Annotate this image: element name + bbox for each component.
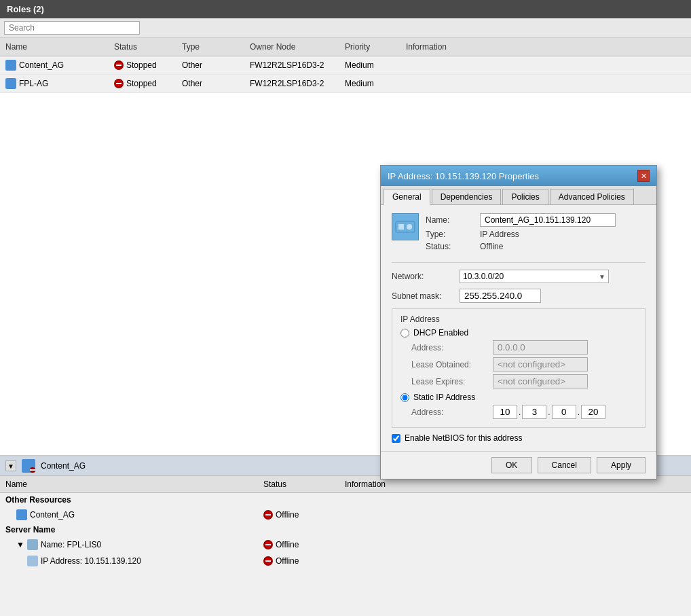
apply-button[interactable]: Apply <box>597 457 646 473</box>
row1-info <box>400 64 691 67</box>
dropdown-arrow-icon: ▼ <box>599 273 605 280</box>
offline-icon <box>263 510 273 520</box>
table-row[interactable]: Content_AG Stopped Other FW12R2LSP16D3-2… <box>0 56 691 75</box>
lease-expires-row: Lease Expires: <box>411 374 637 388</box>
col-status: Status <box>109 41 176 53</box>
roles-table-header: Name Status Type Owner Node Priority Inf… <box>0 38 691 56</box>
network-row: Network: 10.3.0.0/20 ▼ <box>392 270 646 283</box>
stopped-icon <box>114 60 124 70</box>
row1-name: Content_AG <box>0 58 109 72</box>
row2-name: FPL-AG <box>0 77 109 90</box>
row2-status: Stopped <box>109 77 176 90</box>
content-ag-icon <box>22 459 35 473</box>
dhcp-address-input <box>493 340 588 355</box>
ip-section-title: IP Address <box>400 314 637 324</box>
lease-obtained-label: Lease Obtained: <box>411 360 493 369</box>
type-label: Type: <box>426 230 480 239</box>
fpl-lis0-name: ▼ Name: FPL-LIS0 <box>0 538 258 551</box>
offline-icon <box>263 556 273 566</box>
ip-address-section: IP Address DHCP Enabled Address: Lease O… <box>392 308 646 428</box>
lease-expires-input <box>493 374 588 388</box>
content-ag-name: Content_AG <box>0 508 258 522</box>
ip-octet3[interactable] <box>552 405 576 419</box>
panel-title: Roles (2) <box>0 0 691 18</box>
expand-icon: ▼ <box>16 540 24 549</box>
name-label: Name: <box>426 215 480 225</box>
static-radio[interactable] <box>400 393 409 402</box>
offline-icon <box>263 540 273 549</box>
dialog-body: Name: Type: IP Address Status: Offline <box>381 205 656 451</box>
network-label: Network: <box>392 272 460 281</box>
dhcp-radio[interactable] <box>400 329 409 338</box>
name-field-row: Name: <box>426 213 616 227</box>
resource-icon <box>16 509 27 520</box>
bottom-col-info: Information <box>339 478 691 490</box>
row1-status: Stopped <box>109 59 176 71</box>
row2-owner: FW12R2LSP16D3-2 <box>244 77 339 90</box>
row2-type: Other <box>176 77 244 90</box>
tab-advanced-policies[interactable]: Advanced Policies <box>550 189 634 204</box>
stop-badge <box>30 467 35 473</box>
ip-address-boxes: . . . <box>493 405 605 419</box>
content-ag-status: Offline <box>258 509 339 521</box>
bottom-table-body: Other Resources Content_AG Offline Serve… <box>0 493 691 569</box>
bottom-row[interactable]: Content_AG Offline <box>0 507 691 523</box>
row2-priority: Medium <box>339 77 400 90</box>
roles-table-body: Content_AG Stopped Other FW12R2LSP16D3-2… <box>0 56 691 93</box>
static-label: Static IP Address <box>413 393 475 402</box>
dhcp-label: DHCP Enabled <box>413 328 468 338</box>
svg-rect-1 <box>398 224 404 230</box>
status-field-row: Status: Offline <box>426 242 616 251</box>
ip-octet1[interactable] <box>493 405 517 419</box>
col-name: Name <box>0 41 109 53</box>
col-type: Type <box>176 41 244 53</box>
svg-point-2 <box>407 224 412 230</box>
resource-fields: Name: Type: IP Address Status: Offline <box>426 213 616 254</box>
static-address-label: Address: <box>411 407 493 417</box>
stopped-icon <box>114 79 124 88</box>
dhcp-address-row: Address: <box>411 340 637 355</box>
tab-general[interactable]: General <box>384 189 430 205</box>
search-input[interactable] <box>4 21 140 35</box>
row2-info <box>400 82 691 85</box>
status-label: Status: <box>426 242 480 251</box>
tab-policies[interactable]: Policies <box>502 189 548 204</box>
dialog-close-button[interactable]: ✕ <box>637 170 650 182</box>
expand-button[interactable]: ▼ <box>5 460 16 471</box>
col-owner: Owner Node <box>244 41 339 53</box>
row1-type: Other <box>176 59 244 71</box>
section-server-name: Server Name <box>0 523 691 537</box>
col-info: Information <box>400 41 691 53</box>
tab-dependencies[interactable]: Dependencies <box>432 189 502 204</box>
ip-octet4[interactable] <box>581 405 605 419</box>
dialog-title: IP Address: 10.151.139.120 Properties <box>388 171 539 181</box>
resource-info-section: Name: Type: IP Address Status: Offline <box>392 213 646 254</box>
dhcp-radio-row: DHCP Enabled <box>400 328 637 338</box>
resource-name-input[interactable] <box>480 213 616 227</box>
subnet-mask-input[interactable] <box>460 289 541 303</box>
network-dropdown[interactable]: 10.3.0.0/20 ▼ <box>460 270 609 283</box>
static-radio-row: Static IP Address <box>400 393 637 402</box>
panel-title-text: Roles (2) <box>7 4 44 14</box>
type-value: IP Address <box>480 230 519 239</box>
ip-icon <box>27 556 38 566</box>
ok-button[interactable]: OK <box>491 457 532 473</box>
cancel-button[interactable]: Cancel <box>538 457 591 473</box>
netbios-checkbox[interactable] <box>392 434 400 443</box>
ip-address-info <box>339 560 691 562</box>
table-row[interactable]: FPL-AG Stopped Other FW12R2LSP16D3-2 Med… <box>0 75 691 93</box>
ip-dot: . <box>519 407 521 417</box>
bottom-row[interactable]: IP Address: 10.151.139.120 Offline <box>0 553 691 569</box>
subnet-mask-row: Subnet mask: <box>392 289 646 303</box>
col-priority: Priority <box>339 41 400 53</box>
netbios-row: Enable NetBIOS for this address <box>392 433 646 443</box>
server-icon <box>27 539 38 550</box>
status-value: Offline <box>480 242 503 251</box>
ip-octet2[interactable] <box>522 405 546 419</box>
lease-obtained-input <box>493 357 588 372</box>
bottom-panel-title: Content_AG <box>41 461 86 471</box>
divider <box>392 262 646 263</box>
network-value: 10.3.0.0/20 <box>463 272 504 281</box>
lease-obtained-row: Lease Obtained: <box>411 357 637 372</box>
bottom-row[interactable]: ▼ Name: FPL-LIS0 Offline <box>0 537 691 553</box>
